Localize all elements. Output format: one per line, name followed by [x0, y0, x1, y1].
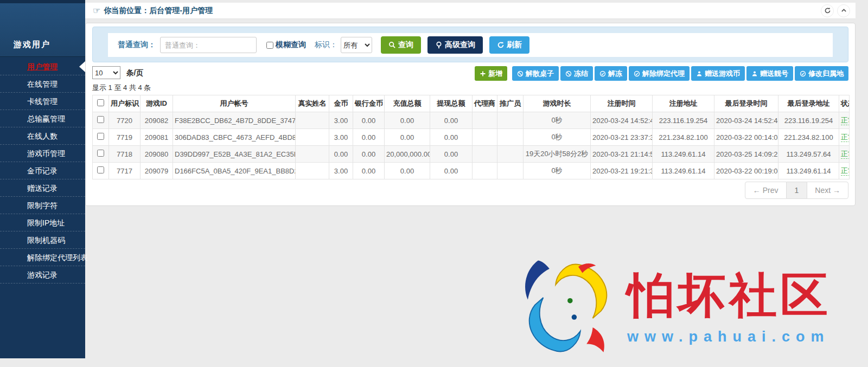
table-cell: [296, 129, 329, 146]
column-header: 游戏时长: [524, 95, 591, 112]
sidebar-item[interactable]: 总输赢管理: [0, 110, 85, 127]
pagination: ← Prev 1 Next →: [745, 182, 848, 199]
action-label: 新增: [488, 69, 502, 79]
table-cell: 3.00: [329, 112, 353, 129]
freeze-button[interactable]: 冻结: [560, 66, 593, 81]
fuzzy-search-checkbox[interactable]: [266, 42, 273, 49]
table-row: 7717209079D166FC5A_0BA5_420F_9EA1_BB8D20…: [93, 163, 850, 179]
table-cell: [497, 146, 524, 163]
search-input[interactable]: [160, 37, 257, 53]
table-cell: 2020-03-24 14:52:46: [714, 112, 778, 129]
table-cell: D166FC5A_0BA5_420F_9EA1_BB8D204: [173, 163, 296, 179]
user-table: 用户标识游戏ID用户帐号真实姓名金币银行金币充值总额提现总额代理商推广员游戏时长…: [92, 95, 850, 179]
current-page-button[interactable]: 1: [787, 182, 807, 199]
table-cell: 2020-03-21 19:21:33: [591, 163, 653, 179]
sidebar-item-label: 用户管理: [27, 62, 58, 71]
table-cell: [497, 112, 524, 129]
sidebar-group-title: 游戏用户: [14, 40, 50, 50]
row-checkbox[interactable]: [97, 133, 104, 140]
table-cell: 0.00: [385, 163, 430, 179]
table-header-row: 用户标识游戏ID用户帐号真实姓名金币银行金币充值总额提现总额代理商推广员游戏时长…: [93, 95, 850, 112]
sidebar-item[interactable]: 金币记录: [0, 162, 85, 179]
plus-icon: [480, 70, 486, 77]
sidebar-item[interactable]: 在线管理: [0, 75, 85, 93]
sidebar-item[interactable]: 游戏记录: [0, 266, 85, 284]
prev-page-button[interactable]: ← Prev: [745, 182, 787, 199]
unfreeze-button[interactable]: 解冻: [595, 66, 627, 81]
table-cell: D39DD997_E52B_4A3E_81A2_EC35EAF: [173, 146, 296, 163]
collapse-panel-button[interactable]: [837, 4, 850, 17]
table-cell: 0秒: [524, 129, 591, 146]
table-cell: 113.249.61.14: [778, 163, 839, 179]
column-header: 推广员: [497, 95, 524, 112]
table-cell: 0秒: [524, 163, 591, 179]
sidebar-item[interactable]: 限制字符: [0, 197, 85, 214]
dissolve-table-button[interactable]: 解散桌子: [512, 66, 559, 81]
refresh-button[interactable]: 刷新: [489, 36, 529, 54]
column-header: 代理商: [473, 95, 497, 112]
watermark: 怕坏社区 www.pahuai.com: [516, 256, 831, 359]
table-cell: [473, 146, 497, 163]
status-cell: 正常: [839, 163, 850, 179]
next-page-button[interactable]: Next →: [807, 182, 848, 199]
sidebar: 游戏用户 用户管理在线管理卡线管理总输赢管理在线人数游戏币管理金币记录赠送记录限…: [0, 0, 85, 358]
sidebar-item[interactable]: 解除绑定代理列表: [0, 249, 85, 266]
refresh-page-button[interactable]: [821, 4, 834, 17]
search-label: 普通查询：: [118, 40, 156, 50]
table-cell: 209082: [141, 112, 173, 129]
table-cell: 209079: [141, 163, 173, 179]
sidebar-item[interactable]: 赠送记录: [0, 179, 85, 197]
flag-label: 标识：: [315, 40, 337, 50]
page-size-select[interactable]: 10: [92, 66, 120, 79]
sidebar-item-label: 游戏币管理: [27, 149, 65, 158]
sidebar-item[interactable]: 限制IP地址: [0, 214, 85, 231]
table-cell: 2020-03-24 14:52:46: [591, 112, 653, 129]
row-checkbox[interactable]: [97, 116, 104, 123]
column-header: 状态: [839, 95, 850, 112]
circle-check-icon: [800, 70, 806, 77]
status-badge: 正常: [841, 150, 850, 159]
table-cell: 0.00: [385, 129, 430, 146]
table-info: 显示 1 至 4 共 4 条: [86, 81, 855, 95]
advanced-query-button[interactable]: 高级查询: [427, 36, 483, 54]
person-icon: [751, 70, 758, 77]
sidebar-item[interactable]: 游戏币管理: [0, 145, 85, 162]
column-header: 金币: [329, 95, 353, 112]
flag-select[interactable]: 所有: [341, 37, 372, 53]
active-item-arrow: [79, 61, 85, 72]
row-checkbox[interactable]: [97, 150, 104, 157]
table-cell: F38E2BCC_DB62_4B7D_8DDE_37471C1: [173, 112, 296, 129]
sidebar-item[interactable]: 用户管理: [0, 58, 85, 75]
status-cell: 正常: [839, 129, 850, 146]
sidebar-menu: 用户管理在线管理卡线管理总输赢管理在线人数游戏币管理金币记录赠送记录限制字符限制…: [0, 57, 85, 284]
unbind-agent-button[interactable]: 解除绑定代理: [629, 66, 690, 81]
column-header: 充值总额: [385, 95, 430, 112]
action-label: 赠送靓号: [760, 69, 788, 79]
circle-slash-icon: [517, 70, 524, 77]
add-button[interactable]: 新增: [475, 66, 507, 81]
table-cell: 0.00: [353, 146, 385, 163]
table-cell: 221.234.82.100: [778, 129, 839, 146]
sidebar-item[interactable]: 卡线管理: [0, 93, 85, 110]
select-all-checkbox[interactable]: [97, 99, 104, 106]
fish-logo: [516, 256, 620, 359]
breadcrumb-bar: ☞ 你当前位置：后台管理-用户管理: [85, 3, 856, 19]
modify-location-button[interactable]: 修改归属地: [795, 66, 848, 81]
sidebar-item-label: 总输赢管理: [27, 114, 65, 123]
sidebar-item-label: 解除绑定代理列表: [27, 253, 88, 262]
column-header: 提现总额: [430, 95, 473, 112]
table-cell: 0.00: [353, 163, 385, 179]
sidebar-item[interactable]: 限制机器码: [0, 231, 85, 249]
gift-game-coins-button[interactable]: 赠送游戏币: [691, 66, 745, 81]
row-checkbox[interactable]: [97, 166, 104, 173]
table-cell: 2020-03-22 00:14:02: [714, 129, 778, 146]
query-button[interactable]: 查询: [381, 36, 421, 54]
chevron-up-icon: [840, 7, 847, 14]
table-cell: 209080: [141, 146, 173, 163]
gift-nice-id-button[interactable]: 赠送靓号: [746, 66, 793, 81]
table-cell: 20,000,000.00: [385, 146, 430, 163]
table-cell: 0.00: [430, 163, 473, 179]
table-cell: 221.234.82.100: [653, 129, 714, 146]
sidebar-item-label: 赠送记录: [27, 184, 58, 192]
sidebar-item[interactable]: 在线人数: [0, 127, 85, 145]
